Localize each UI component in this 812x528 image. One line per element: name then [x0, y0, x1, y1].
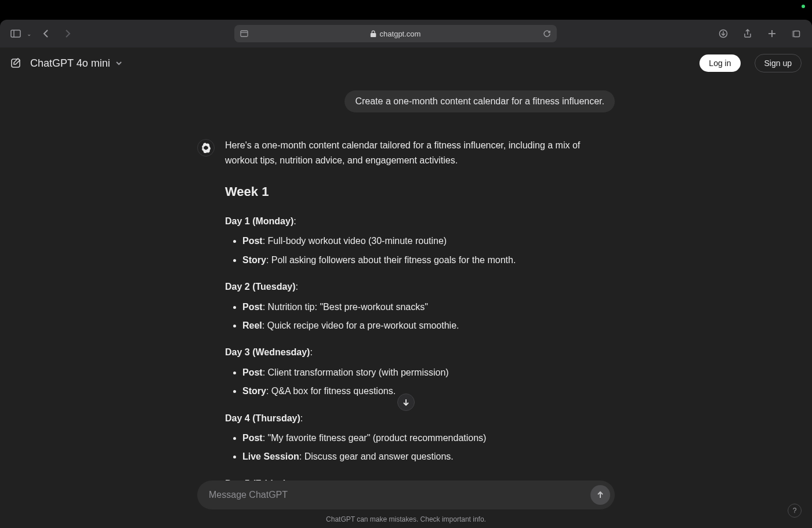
assistant-message: Here's a one-month content calendar tail… — [197, 138, 615, 480]
day-item-list: Post: Client transformation story (with … — [225, 365, 615, 399]
status-dot — [802, 5, 805, 8]
day-item: Post: Nutrition tip: "Best pre-workout s… — [242, 300, 615, 315]
svg-rect-0 — [11, 30, 20, 37]
model-selector[interactable]: ChatGPT 4o mini — [30, 57, 123, 70]
lock-icon — [371, 30, 376, 37]
message-input-bar[interactable] — [197, 480, 615, 509]
back-button[interactable] — [38, 26, 53, 41]
day-item: Live Session: Discuss gear and answer qu… — [242, 449, 615, 464]
day-item-list: Post: Nutrition tip: "Best pre-workout s… — [225, 300, 615, 334]
send-button[interactable] — [590, 485, 610, 505]
tabs-overview-icon[interactable] — [789, 26, 804, 41]
day-heading: Day 5 (Friday): — [225, 476, 615, 480]
url-text: chatgpt.com — [371, 30, 421, 38]
new-chat-icon[interactable] — [10, 57, 22, 69]
message-input[interactable] — [209, 490, 590, 500]
assistant-avatar-icon — [197, 139, 215, 156]
model-name-text: ChatGPT 4o mini — [30, 57, 110, 70]
chevron-down-icon — [115, 59, 123, 67]
chat-area[interactable]: Create a one-month content calendar for … — [0, 79, 812, 480]
site-settings-icon[interactable] — [240, 30, 248, 37]
day-heading: Day 4 (Thursday): — [225, 411, 615, 426]
svg-rect-2 — [241, 31, 248, 37]
downloads-icon[interactable] — [716, 26, 731, 41]
chatgpt-app: ChatGPT 4o mini Log in Sign up Create a … — [0, 48, 812, 528]
day-item: Story: Poll asking followers about their… — [242, 253, 615, 268]
day-item: Story: Q&A box for fitness questions. — [242, 384, 615, 399]
day-item: Post: "My favorite fitness gear" (produc… — [242, 431, 615, 446]
week-heading: Week 1 — [225, 181, 615, 202]
day-item: Post: Full-body workout video (30-minute… — [242, 234, 615, 249]
day-item-list: Post: Full-body workout video (30-minute… — [225, 234, 615, 268]
app-header: ChatGPT 4o mini Log in Sign up — [0, 48, 812, 79]
svg-rect-8 — [794, 31, 800, 37]
os-menubar — [0, 0, 812, 20]
day-item: Post: Client transformation story (with … — [242, 365, 615, 380]
new-tab-icon[interactable] — [764, 26, 780, 41]
user-message: Create a one-month content calendar for … — [345, 90, 615, 112]
forward-button[interactable] — [60, 26, 75, 41]
signup-button[interactable]: Sign up — [755, 54, 802, 72]
sidebar-toggle-icon[interactable] — [8, 26, 23, 41]
composer: ChatGPT can make mistakes. Check importa… — [0, 480, 812, 528]
browser-toolbar: ⌄ chatgpt.com — [0, 20, 812, 48]
day-heading: Day 3 (Wednesday): — [225, 345, 615, 360]
help-button[interactable]: ? — [788, 504, 802, 518]
disclaimer-text: ChatGPT can make mistakes. Check importa… — [326, 515, 486, 523]
scroll-to-bottom-button[interactable] — [397, 394, 415, 411]
url-bar[interactable]: chatgpt.com — [234, 25, 557, 42]
day-heading: Day 2 (Tuesday): — [225, 279, 615, 294]
share-icon[interactable] — [740, 26, 755, 41]
day-heading: Day 1 (Monday): — [225, 214, 615, 229]
day-item-list: Post: "My favorite fitness gear" (produc… — [225, 431, 615, 465]
assistant-intro: Here's a one-month content calendar tail… — [225, 138, 615, 169]
toolbar-dropdown-icon[interactable]: ⌄ — [27, 31, 31, 37]
login-button[interactable]: Log in — [699, 54, 740, 72]
day-item: Reel: Quick recipe video for a pre-worko… — [242, 318, 615, 333]
reload-icon[interactable] — [543, 30, 551, 38]
